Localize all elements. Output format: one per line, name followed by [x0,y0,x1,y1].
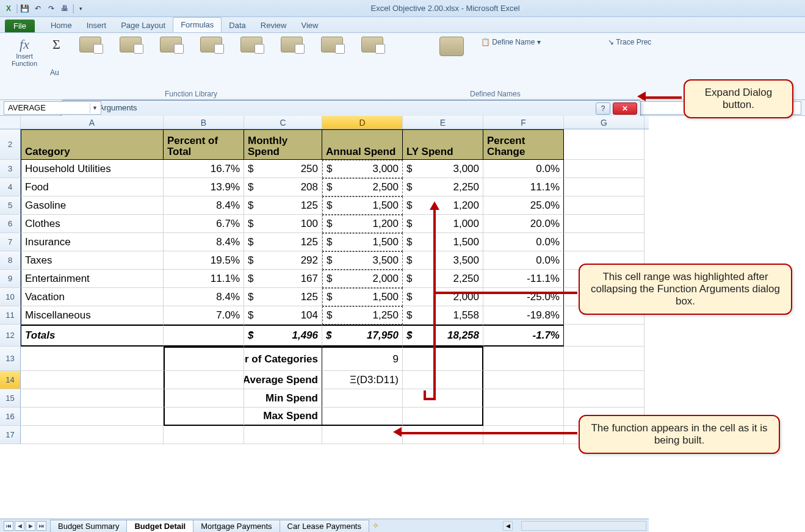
cell-D16[interactable] [322,408,403,426]
qat-customize-icon[interactable]: ▾ [74,2,87,15]
cell-A6[interactable]: Clothes [21,215,164,233]
col-header-A[interactable]: A [21,116,164,129]
cell-G13[interactable] [564,347,644,371]
cell-B17[interactable] [164,426,244,444]
lookup-icon[interactable] [281,37,303,52]
tab-file[interactable]: File [5,20,35,32]
cell-C10[interactable]: $125 [244,288,322,306]
cell-D6[interactable]: $1,200 [322,215,403,233]
cell-C13[interactable]: Number of Categories [244,347,322,371]
cell-F12[interactable]: -1.7% [483,325,564,347]
new-sheet-icon[interactable]: ✧ [372,521,379,530]
header-A[interactable]: Category [21,129,164,160]
cell-D7[interactable]: $1,500 [322,233,403,251]
text-icon[interactable] [200,37,222,52]
cell-F6[interactable]: 20.0% [483,215,564,233]
cell-F7[interactable]: 0.0% [483,233,564,251]
cell-B3[interactable]: 16.7% [164,160,244,178]
row-header-11[interactable]: 11 [0,306,21,325]
autosum-icon[interactable]: Σ [52,37,60,52]
row-header-2[interactable]: 2 [0,129,21,160]
name-box[interactable]: AVERAGE ▼ [4,101,101,115]
cell-B8[interactable]: 19.5% [164,251,244,270]
cell-D11[interactable]: $1,250 [322,306,403,325]
cell-E10[interactable]: $2,000 [403,288,483,306]
cell-B11[interactable]: 7.0% [164,306,244,325]
row-header-13[interactable]: 13 [0,347,21,371]
cell-A15[interactable] [21,389,164,408]
cell-B4[interactable]: 13.9% [164,178,244,196]
header-F[interactable]: Percent Change [483,129,564,160]
tab-nav-first[interactable]: ⏮ [4,521,13,531]
cell-F9[interactable]: -11.1% [483,270,564,288]
cell-G4[interactable] [564,178,644,196]
cell-E17[interactable] [403,426,483,444]
print-icon[interactable]: 🖶 [59,2,71,15]
cell-A9[interactable]: Entertainment [21,270,164,288]
cell-B9[interactable]: 11.1% [164,270,244,288]
col-header-B[interactable]: B [164,116,244,129]
financial-icon[interactable] [120,37,142,52]
row-header-8[interactable]: 8 [0,251,21,270]
cell-C14[interactable]: Average Spend [244,371,322,389]
col-header-C[interactable]: C [244,116,322,129]
col-header-G[interactable]: G [564,116,644,129]
logical-icon[interactable] [160,37,182,52]
row-header-10[interactable]: 10 [0,288,21,306]
cell-F3[interactable]: 0.0% [483,160,564,178]
insert-function-button[interactable]: fx Insert Function [4,37,45,67]
cell-E16[interactable] [403,408,483,426]
cell-A10[interactable]: Vacation [21,288,164,306]
cell-D15[interactable] [322,389,403,408]
dialog-help-button[interactable]: ? [596,102,610,115]
cell-D10[interactable]: $1,500 [322,288,403,306]
hscroll-left[interactable]: ◀ [503,521,513,531]
cell-G2[interactable] [564,129,644,160]
sheet-tab-mortgage-payments[interactable]: Mortgage Payments [193,520,280,532]
cell-A12[interactable]: Totals [21,325,164,347]
tab-view[interactable]: View [294,18,325,32]
cell-C9[interactable]: $167 [244,270,322,288]
math-trig-icon[interactable] [321,37,343,52]
cell-F5[interactable]: 25.0% [483,196,564,215]
tab-nav-next[interactable]: ▶ [26,521,35,531]
tab-insert[interactable]: Insert [79,18,114,32]
cell-B12[interactable] [164,325,244,347]
cell-A13[interactable] [21,347,164,371]
cell-C8[interactable]: $292 [244,251,322,270]
cell-F10[interactable]: -25.0% [483,288,564,306]
cell-A4[interactable]: Food [21,178,164,196]
cell-D13[interactable]: 9 [322,347,403,371]
tab-nav-prev[interactable]: ◀ [15,521,24,531]
cell-A3[interactable]: Household Utilities [21,160,164,178]
cell-A16[interactable] [21,408,164,426]
tab-page-layout[interactable]: Page Layout [114,18,173,32]
recently-used-icon[interactable] [79,37,101,52]
worksheet-grid[interactable]: A B C D E F G 2CategoryPercent of TotalM… [0,116,649,519]
cell-F13[interactable] [483,347,564,371]
header-E[interactable]: LY Spend [403,129,483,160]
cell-G5[interactable] [564,196,644,215]
tab-review[interactable]: Review [253,18,294,32]
row-header-4[interactable]: 4 [0,178,21,196]
cell-B7[interactable]: 8.4% [164,233,244,251]
row-header-12[interactable]: 12 [0,325,21,347]
sheet-tab-car-lease-payments[interactable]: Car Lease Payments [280,520,369,532]
cell-D8[interactable]: $3,500 [322,251,403,270]
tab-home[interactable]: Home [43,18,79,32]
cell-C7[interactable]: $125 [244,233,322,251]
cell-E6[interactable]: $1,000 [403,215,483,233]
tab-data[interactable]: Data [222,18,253,32]
cell-D17[interactable] [322,426,403,444]
tab-nav-last[interactable]: ⏭ [37,521,46,531]
row-header-5[interactable]: 5 [0,196,21,215]
row-header-9[interactable]: 9 [0,270,21,288]
cell-A14[interactable] [21,371,164,389]
cell-E7[interactable]: $1,500 [403,233,483,251]
row-header-6[interactable]: 6 [0,215,21,233]
cell-B5[interactable]: 8.4% [164,196,244,215]
cell-C4[interactable]: $208 [244,178,322,196]
tab-formulas[interactable]: Formulas [173,17,222,32]
more-functions-icon[interactable] [361,37,383,52]
cell-B16[interactable] [164,408,244,426]
